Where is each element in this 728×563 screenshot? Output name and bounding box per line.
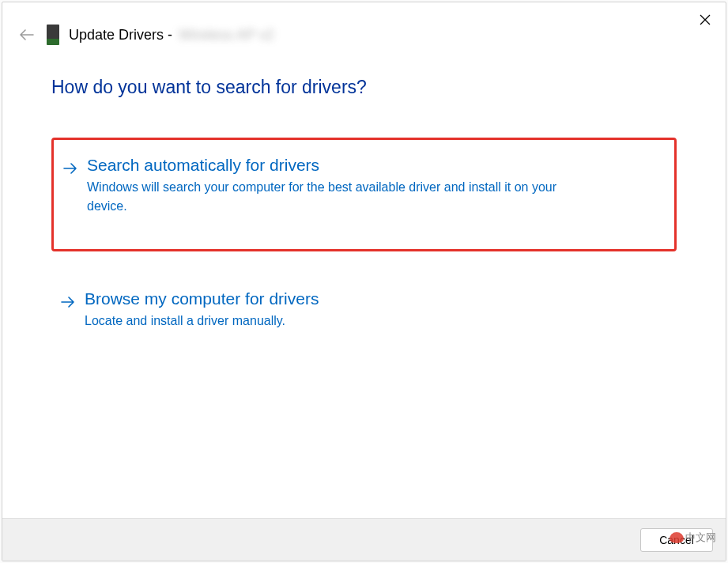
dialog-title: Update Drivers - Wireless AP v2: [69, 27, 274, 43]
cancel-label: Cancel: [659, 534, 694, 546]
option-search-automatically[interactable]: Search automatically for drivers Windows…: [51, 138, 677, 251]
arrow-right-icon: [63, 160, 79, 178]
cancel-button[interactable]: Cancel: [640, 528, 713, 552]
update-drivers-dialog: Update Drivers - Wireless AP v2 How do y…: [2, 2, 726, 561]
dialog-content: How do you want to search for drivers? S…: [2, 47, 726, 518]
arrow-right-icon: [61, 293, 77, 312]
dialog-footer: Cancel: [2, 518, 726, 561]
option-description: Windows will search your computer for th…: [87, 178, 581, 216]
page-heading: How do you want to search for drivers?: [51, 77, 677, 98]
back-button[interactable]: [18, 26, 36, 43]
title-device-name: Wireless AP v2: [179, 27, 274, 43]
option-title: Search automatically for drivers: [87, 156, 660, 175]
option-text: Browse my computer for drivers Locate an…: [85, 289, 662, 331]
dialog-header: Update Drivers - Wireless AP v2: [2, 2, 726, 47]
option-browse-computer[interactable]: Browse my computer for drivers Locate an…: [51, 278, 677, 348]
option-description: Locate and install a driver manually.: [85, 312, 579, 331]
close-button[interactable]: [696, 10, 715, 29]
option-title: Browse my computer for drivers: [85, 289, 662, 308]
device-icon: [47, 25, 59, 45]
title-prefix: Update Drivers -: [69, 27, 172, 43]
option-text: Search automatically for drivers Windows…: [87, 156, 660, 216]
close-icon: [700, 14, 711, 25]
back-arrow-icon: [20, 29, 34, 40]
